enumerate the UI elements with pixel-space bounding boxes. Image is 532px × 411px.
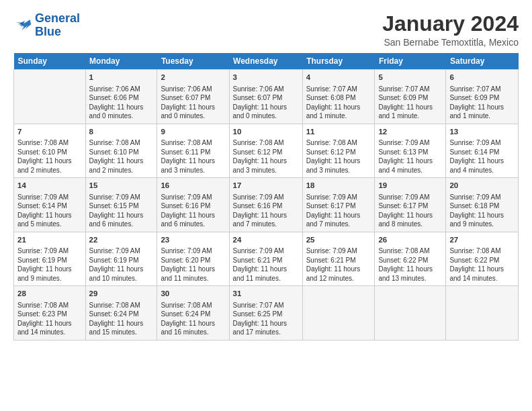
day-number: 24 <box>233 235 299 246</box>
calendar-cell: 30Sunrise: 7:08 AM Sunset: 6:24 PM Dayli… <box>157 286 229 340</box>
cell-sun-info: Sunrise: 7:07 AM Sunset: 6:08 PM Dayligh… <box>306 85 371 121</box>
calendar-cell: 25Sunrise: 7:09 AM Sunset: 6:21 PM Dayli… <box>302 232 375 286</box>
calendar-cell: 5Sunrise: 7:07 AM Sunset: 6:09 PM Daylig… <box>375 70 446 124</box>
day-number: 30 <box>161 289 225 300</box>
calendar-cell <box>302 286 375 340</box>
cell-sun-info: Sunrise: 7:09 AM Sunset: 6:18 PM Dayligh… <box>449 193 515 229</box>
logo-line2: Blue <box>35 25 61 38</box>
cell-sun-info: Sunrise: 7:09 AM Sunset: 6:16 PM Dayligh… <box>161 193 225 229</box>
logo-icon <box>13 16 32 35</box>
calendar-cell <box>14 70 86 124</box>
calendar-cell: 10Sunrise: 7:08 AM Sunset: 6:12 PM Dayli… <box>229 124 302 178</box>
day-number: 6 <box>449 73 515 83</box>
day-number: 23 <box>161 235 225 246</box>
day-number: 21 <box>17 235 82 246</box>
day-number: 17 <box>233 181 299 191</box>
cell-sun-info: Sunrise: 7:07 AM Sunset: 6:09 PM Dayligh… <box>449 85 515 121</box>
weekday-header-monday: Monday <box>85 53 157 70</box>
calendar-cell: 7Sunrise: 7:08 AM Sunset: 6:10 PM Daylig… <box>14 124 86 178</box>
day-number: 4 <box>306 73 371 83</box>
calendar-table: SundayMondayTuesdayWednesdayThursdayFrid… <box>13 53 519 340</box>
title-block: January 2024 San Bernabe Temoxtitla, Mex… <box>382 12 519 48</box>
main-title: January 2024 <box>382 12 519 36</box>
calendar-cell: 2Sunrise: 7:06 AM Sunset: 6:07 PM Daylig… <box>157 70 229 124</box>
day-number: 7 <box>17 127 82 138</box>
calendar-cell: 14Sunrise: 7:09 AM Sunset: 6:14 PM Dayli… <box>14 178 86 232</box>
day-number: 13 <box>449 127 515 138</box>
page: General Blue January 2024 San Bernabe Te… <box>0 0 532 347</box>
day-number: 9 <box>161 127 225 138</box>
calendar-cell: 20Sunrise: 7:09 AM Sunset: 6:18 PM Dayli… <box>446 178 519 232</box>
header: General Blue January 2024 San Bernabe Te… <box>13 12 519 48</box>
calendar-week-3: 21Sunrise: 7:09 AM Sunset: 6:19 PM Dayli… <box>14 232 519 286</box>
cell-sun-info: Sunrise: 7:09 AM Sunset: 6:21 PM Dayligh… <box>306 246 371 283</box>
cell-sun-info: Sunrise: 7:08 AM Sunset: 6:22 PM Dayligh… <box>449 246 515 283</box>
day-number: 18 <box>306 181 371 191</box>
calendar-cell: 13Sunrise: 7:09 AM Sunset: 6:14 PM Dayli… <box>446 124 519 178</box>
calendar-body: 1Sunrise: 7:06 AM Sunset: 6:06 PM Daylig… <box>14 70 519 340</box>
cell-sun-info: Sunrise: 7:09 AM Sunset: 6:16 PM Dayligh… <box>233 193 299 229</box>
calendar-week-1: 7Sunrise: 7:08 AM Sunset: 6:10 PM Daylig… <box>14 124 519 178</box>
calendar-cell: 4Sunrise: 7:07 AM Sunset: 6:08 PM Daylig… <box>302 70 375 124</box>
calendar-cell: 15Sunrise: 7:09 AM Sunset: 6:15 PM Dayli… <box>85 178 157 232</box>
cell-sun-info: Sunrise: 7:09 AM Sunset: 6:13 PM Dayligh… <box>378 138 442 175</box>
cell-sun-info: Sunrise: 7:08 AM Sunset: 6:23 PM Dayligh… <box>17 301 82 337</box>
calendar-cell: 27Sunrise: 7:08 AM Sunset: 6:22 PM Dayli… <box>446 232 519 286</box>
cell-sun-info: Sunrise: 7:06 AM Sunset: 6:07 PM Dayligh… <box>233 85 299 121</box>
cell-sun-info: Sunrise: 7:08 AM Sunset: 6:24 PM Dayligh… <box>161 301 225 337</box>
weekday-header-tuesday: Tuesday <box>157 53 229 70</box>
calendar-cell: 1Sunrise: 7:06 AM Sunset: 6:06 PM Daylig… <box>85 70 157 124</box>
weekday-header-row: SundayMondayTuesdayWednesdayThursdayFrid… <box>14 53 519 70</box>
day-number: 20 <box>449 181 515 191</box>
calendar-cell: 21Sunrise: 7:09 AM Sunset: 6:19 PM Dayli… <box>14 232 86 286</box>
day-number: 31 <box>233 289 299 300</box>
cell-sun-info: Sunrise: 7:09 AM Sunset: 6:14 PM Dayligh… <box>17 193 82 229</box>
cell-sun-info: Sunrise: 7:08 AM Sunset: 6:12 PM Dayligh… <box>233 138 299 175</box>
calendar-week-0: 1Sunrise: 7:06 AM Sunset: 6:06 PM Daylig… <box>14 70 519 124</box>
cell-sun-info: Sunrise: 7:09 AM Sunset: 6:14 PM Dayligh… <box>449 138 515 175</box>
calendar-cell: 16Sunrise: 7:09 AM Sunset: 6:16 PM Dayli… <box>157 178 229 232</box>
weekday-header-sunday: Sunday <box>14 53 86 70</box>
cell-sun-info: Sunrise: 7:07 AM Sunset: 6:09 PM Dayligh… <box>378 85 442 121</box>
cell-sun-info: Sunrise: 7:09 AM Sunset: 6:19 PM Dayligh… <box>89 246 154 283</box>
cell-sun-info: Sunrise: 7:09 AM Sunset: 6:20 PM Dayligh… <box>161 246 225 283</box>
calendar-cell: 18Sunrise: 7:09 AM Sunset: 6:17 PM Dayli… <box>302 178 375 232</box>
calendar-cell: 3Sunrise: 7:06 AM Sunset: 6:07 PM Daylig… <box>229 70 302 124</box>
day-number: 2 <box>161 73 225 83</box>
cell-sun-info: Sunrise: 7:06 AM Sunset: 6:06 PM Dayligh… <box>89 85 154 121</box>
calendar-cell: 6Sunrise: 7:07 AM Sunset: 6:09 PM Daylig… <box>446 70 519 124</box>
calendar-cell: 22Sunrise: 7:09 AM Sunset: 6:19 PM Dayli… <box>85 232 157 286</box>
day-number: 5 <box>378 73 442 83</box>
cell-sun-info: Sunrise: 7:09 AM Sunset: 6:21 PM Dayligh… <box>233 246 299 283</box>
cell-sun-info: Sunrise: 7:09 AM Sunset: 6:17 PM Dayligh… <box>378 193 442 229</box>
cell-sun-info: Sunrise: 7:08 AM Sunset: 6:12 PM Dayligh… <box>306 138 371 175</box>
calendar-cell <box>446 286 519 340</box>
logo: General Blue <box>13 12 80 39</box>
day-number: 16 <box>161 181 225 191</box>
cell-sun-info: Sunrise: 7:08 AM Sunset: 6:24 PM Dayligh… <box>89 301 154 337</box>
calendar-cell: 24Sunrise: 7:09 AM Sunset: 6:21 PM Dayli… <box>229 232 302 286</box>
cell-sun-info: Sunrise: 7:08 AM Sunset: 6:11 PM Dayligh… <box>161 138 225 175</box>
day-number: 25 <box>306 235 371 246</box>
logo-line1: General <box>35 11 80 25</box>
cell-sun-info: Sunrise: 7:07 AM Sunset: 6:25 PM Dayligh… <box>233 301 299 337</box>
day-number: 3 <box>233 73 299 83</box>
subtitle: San Bernabe Temoxtitla, Mexico <box>382 37 519 48</box>
calendar-cell: 17Sunrise: 7:09 AM Sunset: 6:16 PM Dayli… <box>229 178 302 232</box>
logo-text: General Blue <box>35 12 80 39</box>
day-number: 10 <box>233 127 299 138</box>
day-number: 12 <box>378 127 442 138</box>
calendar-cell: 29Sunrise: 7:08 AM Sunset: 6:24 PM Dayli… <box>85 286 157 340</box>
day-number: 19 <box>378 181 442 191</box>
day-number: 11 <box>306 127 371 138</box>
day-number: 1 <box>89 73 154 83</box>
calendar-cell <box>375 286 446 340</box>
day-number: 22 <box>89 235 154 246</box>
calendar-cell: 12Sunrise: 7:09 AM Sunset: 6:13 PM Dayli… <box>375 124 446 178</box>
cell-sun-info: Sunrise: 7:08 AM Sunset: 6:22 PM Dayligh… <box>378 246 442 283</box>
calendar-cell: 31Sunrise: 7:07 AM Sunset: 6:25 PM Dayli… <box>229 286 302 340</box>
calendar-cell: 26Sunrise: 7:08 AM Sunset: 6:22 PM Dayli… <box>375 232 446 286</box>
day-number: 28 <box>17 289 82 300</box>
cell-sun-info: Sunrise: 7:08 AM Sunset: 6:10 PM Dayligh… <box>89 138 154 175</box>
weekday-header-wednesday: Wednesday <box>229 53 302 70</box>
